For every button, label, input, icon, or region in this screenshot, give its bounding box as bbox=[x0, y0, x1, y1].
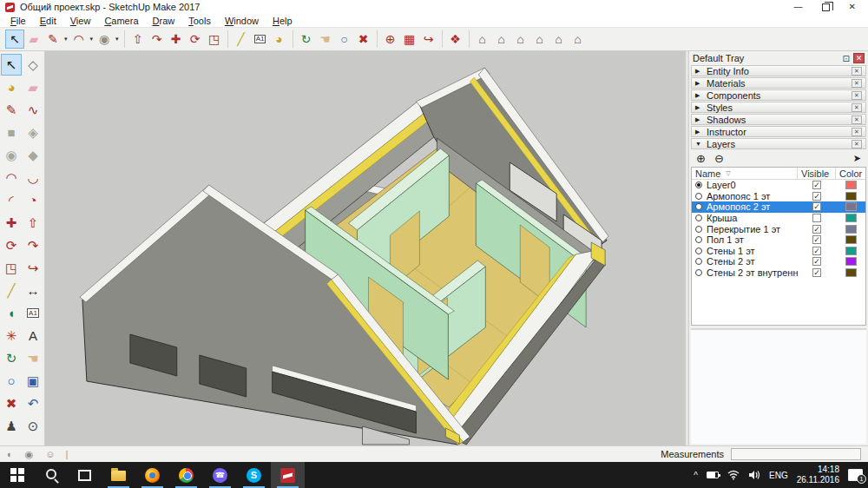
model-canvas[interactable] bbox=[45, 51, 686, 445]
section-close-button[interactable]: ✕ bbox=[852, 115, 862, 124]
line-tool-button[interactable]: ✎ bbox=[1, 99, 22, 121]
layer-color-swatch[interactable] bbox=[845, 192, 857, 201]
tray-section-layers[interactable]: ▼Layers✕ bbox=[691, 138, 866, 149]
minimize-button[interactable]: — bbox=[794, 3, 803, 11]
menu-camera[interactable]: Camera bbox=[97, 16, 145, 26]
layer-visible-checkbox[interactable]: ✓ bbox=[812, 247, 821, 255]
extension-warehouse-tool-button[interactable]: ❖ bbox=[446, 30, 465, 49]
layer-current-radio[interactable] bbox=[695, 269, 702, 276]
layer-visible-checkbox[interactable]: ✓ bbox=[812, 202, 821, 211]
taskbar-search-button[interactable] bbox=[34, 462, 68, 488]
layer-color-swatch[interactable] bbox=[845, 181, 857, 189]
column-color[interactable]: Color bbox=[836, 168, 865, 179]
menu-view[interactable]: View bbox=[63, 16, 98, 26]
layer-color-swatch[interactable] bbox=[845, 247, 857, 255]
scale-tool-button[interactable]: ◳ bbox=[1, 257, 22, 279]
circle-tool-dropdown[interactable]: ▾ bbox=[114, 36, 121, 43]
clock[interactable]: 14:18 26.11.2016 bbox=[797, 465, 839, 486]
select-tool-button[interactable]: ↖ bbox=[5, 30, 24, 49]
zoom-tool-button[interactable]: ○ bbox=[1, 370, 22, 392]
tray-chevron-icon[interactable]: ^ bbox=[694, 471, 698, 480]
layer-row[interactable]: Стены 1 эт✓ bbox=[692, 246, 865, 257]
layer-color-swatch[interactable] bbox=[845, 214, 857, 222]
sign-in-icon[interactable]: ☺ bbox=[45, 450, 55, 459]
section-close-button[interactable]: ✕ bbox=[852, 79, 862, 88]
text-tool-button[interactable]: A1 bbox=[251, 30, 270, 49]
pie-tool-button[interactable]: ◔ bbox=[23, 189, 43, 211]
layer-row[interactable]: Layer0✓ bbox=[692, 180, 865, 191]
layer-color-swatch[interactable] bbox=[845, 225, 857, 234]
three-d-text-tool-button[interactable]: A bbox=[23, 325, 43, 346]
arc-tool-button[interactable]: ◠ bbox=[69, 30, 89, 49]
push-pull-tool-button[interactable]: ⇧ bbox=[128, 30, 148, 49]
view-back-button[interactable]: ⌂ bbox=[549, 30, 569, 49]
rotated-rectangle-tool-button[interactable]: ◈ bbox=[23, 122, 43, 143]
orbit-tool-button[interactable]: ↻ bbox=[297, 30, 316, 49]
line-tool-dropdown[interactable]: ▾ bbox=[62, 36, 69, 43]
layer-current-radio[interactable] bbox=[695, 236, 702, 243]
section-close-button[interactable]: ✕ bbox=[852, 103, 862, 112]
layers-details-button[interactable]: ➤ bbox=[853, 153, 861, 164]
restore-button[interactable] bbox=[822, 3, 830, 11]
menu-file[interactable]: File bbox=[3, 16, 33, 26]
battery-icon[interactable] bbox=[707, 472, 719, 478]
tray-section-shadows[interactable]: ▶Shadows✕ bbox=[691, 114, 866, 125]
tray-section-components[interactable]: ▶Components✕ bbox=[691, 89, 866, 101]
menu-help[interactable]: Help bbox=[266, 16, 299, 26]
orbit-tool-button[interactable]: ↻ bbox=[1, 347, 22, 369]
move-tool-button[interactable]: ✚ bbox=[167, 30, 186, 49]
wifi-icon[interactable] bbox=[727, 470, 740, 480]
toggle-terrain-tool-button[interactable]: ▦ bbox=[400, 30, 419, 49]
zoom-extents-tool-button[interactable]: ✖ bbox=[1, 392, 22, 414]
photo-textures-tool-button[interactable]: ↪ bbox=[419, 30, 438, 49]
push-pull-tool-button[interactable]: ⇧ bbox=[23, 212, 43, 234]
rotate-tool-button[interactable]: ⟳ bbox=[1, 234, 22, 256]
rectangle-tool-button[interactable]: ■ bbox=[1, 122, 22, 143]
section-close-button[interactable]: ✕ bbox=[852, 67, 862, 76]
layer-current-radio[interactable] bbox=[695, 193, 702, 200]
taskbar-skype-button[interactable]: S bbox=[237, 462, 271, 488]
menu-window[interactable]: Window bbox=[218, 16, 266, 26]
layer-visible-checkbox[interactable]: ✓ bbox=[812, 192, 821, 201]
geolocate-icon[interactable]: ◐ bbox=[7, 450, 13, 459]
action-center-icon[interactable]: 1 bbox=[848, 469, 863, 481]
paint-bucket-tool-button[interactable]: ◕ bbox=[270, 30, 289, 49]
claim-credit-icon[interactable]: ◉ bbox=[25, 450, 34, 459]
tray-section-entity-info[interactable]: ▶Entity Info✕ bbox=[691, 65, 866, 76]
layer-visible-checkbox[interactable]: ✓ bbox=[812, 225, 821, 234]
previous-view-tool-button[interactable]: ↶ bbox=[23, 392, 43, 414]
circle-tool-button[interactable]: ◉ bbox=[1, 144, 22, 166]
freehand-tool-button[interactable]: ∿ bbox=[23, 99, 43, 121]
layer-current-radio[interactable] bbox=[695, 226, 702, 233]
section-close-button[interactable]: ✕ bbox=[852, 140, 862, 148]
axes-tool-button[interactable]: ✳ bbox=[1, 325, 22, 346]
layer-row[interactable]: Крыша bbox=[692, 213, 865, 224]
language-indicator[interactable]: ENG bbox=[769, 471, 788, 480]
eraser-tool-button[interactable]: ▰ bbox=[23, 76, 43, 98]
layer-visible-checkbox[interactable]: ✓ bbox=[812, 257, 821, 266]
layer-color-swatch[interactable] bbox=[845, 235, 857, 244]
layer-color-swatch[interactable] bbox=[845, 202, 857, 211]
dimension-tool-button[interactable]: ↔ bbox=[23, 280, 43, 301]
zoom-extents-tool-button[interactable]: ✖ bbox=[354, 30, 373, 49]
two-point-arc-tool-button[interactable]: ◡ bbox=[23, 167, 43, 188]
tape-measure-tool-button[interactable]: ╱ bbox=[1, 280, 22, 301]
arc-tool-dropdown[interactable]: ▾ bbox=[89, 36, 95, 43]
taskbar-start-button[interactable] bbox=[0, 462, 34, 488]
taskbar-viber-button[interactable]: ☎ bbox=[203, 462, 237, 488]
tray-close-button[interactable]: ✕ bbox=[853, 53, 865, 63]
offset-tool-button[interactable]: ↪ bbox=[23, 257, 43, 279]
move-tool-button[interactable]: ✚ bbox=[1, 212, 22, 234]
tray-section-styles[interactable]: ▶Styles✕ bbox=[691, 102, 866, 113]
layer-current-radio[interactable] bbox=[695, 258, 702, 265]
select-tool-button[interactable]: ↖ bbox=[1, 54, 22, 76]
pan-tool-button[interactable]: ☚ bbox=[316, 30, 335, 49]
protractor-tool-button[interactable]: ◖ bbox=[1, 302, 22, 324]
close-button[interactable]: ✕ bbox=[849, 3, 856, 11]
remove-layer-button[interactable]: ⊖ bbox=[714, 152, 724, 165]
section-close-button[interactable]: ✕ bbox=[852, 91, 862, 100]
layer-visible-checkbox[interactable] bbox=[812, 214, 821, 222]
layer-visible-checkbox[interactable]: ✓ bbox=[812, 268, 821, 277]
taskbar-firefox-button[interactable] bbox=[135, 462, 169, 488]
layer-color-swatch[interactable] bbox=[845, 257, 857, 266]
